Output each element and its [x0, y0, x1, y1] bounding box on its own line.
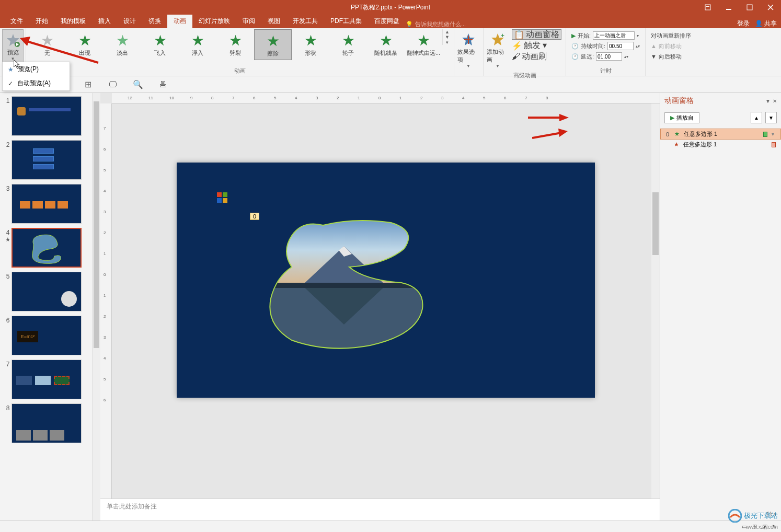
svg-text:6: 6: [504, 96, 507, 100]
effect-options-button[interactable]: 效果选项 ▼: [456, 29, 480, 71]
share-button[interactable]: 👤 共享: [755, 19, 777, 28]
effect-floatin[interactable]: ★浮入: [179, 29, 216, 60]
tab-baidu[interactable]: 百度网盘: [368, 14, 406, 28]
trigger-button[interactable]: ⚡触发 ▾: [512, 40, 561, 51]
tab-view[interactable]: 视图: [261, 14, 286, 28]
svg-text:12: 12: [128, 96, 132, 100]
animation-order-tag[interactable]: 0: [250, 213, 259, 220]
chevron-down-icon[interactable]: ▼: [771, 132, 775, 137]
svg-text:4: 4: [295, 96, 297, 100]
svg-text:5: 5: [483, 96, 486, 100]
svg-text:8: 8: [211, 96, 214, 100]
close-button[interactable]: [760, 0, 781, 15]
qat-screen-icon[interactable]: 🖵: [108, 79, 118, 90]
canvas-area[interactable]: 0: [112, 103, 660, 499]
tab-pdf[interactable]: PDF工具集: [324, 14, 368, 28]
pane-close-icon[interactable]: ✕: [773, 98, 777, 104]
slide-canvas[interactable]: 0: [177, 163, 595, 398]
spinner-icon[interactable]: ▴▾: [636, 44, 640, 49]
duration-input[interactable]: [607, 42, 634, 50]
tab-home[interactable]: 开始: [29, 14, 54, 28]
qat-table-icon[interactable]: ⊞: [83, 79, 93, 90]
preview-menuitem[interactable]: ★预览(P): [3, 62, 70, 76]
thumbnails-scrollbar[interactable]: [92, 93, 100, 521]
move-up-button[interactable]: ▲: [751, 112, 762, 123]
tab-file[interactable]: 文件: [4, 14, 29, 28]
spinner-icon[interactable]: ▴▾: [624, 54, 628, 59]
svg-text:2: 2: [104, 230, 106, 235]
svg-rect-0: [705, 5, 710, 10]
maximize-button[interactable]: [739, 0, 760, 15]
office-logo-icon: [216, 191, 228, 204]
add-animation-button[interactable]: + 添加动画 ▼: [486, 29, 510, 71]
tell-me-input[interactable]: 💡 告诉我您想做什么...: [406, 20, 466, 28]
effect-none[interactable]: ★无: [28, 29, 66, 60]
play-from-button[interactable]: ▶播放自: [664, 112, 699, 123]
thumb-3[interactable]: 3: [4, 184, 99, 224]
animation-entry-1[interactable]: 0 ★ 任意多边形 1 ▼: [660, 129, 781, 140]
check-icon: ✓: [8, 80, 13, 87]
freeform-shape[interactable]: [260, 215, 428, 356]
canvas-scrollbar[interactable]: [651, 103, 660, 499]
tab-developer[interactable]: 开发工具: [286, 14, 324, 28]
svg-text:9: 9: [190, 96, 193, 100]
thumb-6[interactable]: 6E=mc²: [4, 316, 99, 355]
effect-shape[interactable]: ★形状: [292, 29, 329, 60]
pane-dropdown-icon[interactable]: ▼: [765, 98, 771, 104]
animation-painter-button[interactable]: 🖌动画刷: [512, 51, 561, 62]
effect-wipe[interactable]: ★擦除: [254, 29, 292, 60]
effect-random[interactable]: ★随机线条: [367, 29, 405, 60]
tab-slideshow[interactable]: 幻灯片放映: [192, 14, 236, 28]
effect-grow[interactable]: ★翻转式由远...: [405, 29, 442, 60]
animation-gallery: ★无 ★出现 ★淡出 ★飞入 ★浮入 ★劈裂 ★擦除 ★形状 ★轮子 ★随机线条…: [28, 29, 442, 60]
svg-text:5: 5: [274, 96, 277, 100]
minimize-button[interactable]: [718, 0, 739, 15]
move-backward-button[interactable]: ▼向后移动: [651, 51, 691, 62]
qat-zoom-icon[interactable]: 🔍: [133, 79, 143, 90]
move-down-button[interactable]: ▼: [765, 112, 777, 123]
effect-fade[interactable]: ★淡出: [104, 29, 141, 60]
down-arrow-icon: ▼: [651, 53, 657, 60]
tab-design[interactable]: 设计: [117, 14, 142, 28]
animation-pane-button[interactable]: 📋动画窗格: [512, 29, 561, 40]
start-select[interactable]: [593, 31, 635, 40]
tab-transitions[interactable]: 切换: [142, 14, 167, 28]
star-icon: ★: [380, 31, 393, 49]
delay-input[interactable]: [596, 52, 622, 61]
menu-tabs: 文件 开始 我的模板 插入 设计 切换 动画 幻灯片放映 审阅 视图 开发工具 …: [0, 15, 781, 28]
tab-insert[interactable]: 插入: [92, 14, 117, 28]
thumb-4[interactable]: 4★: [4, 228, 99, 268]
svg-text:4: 4: [104, 356, 106, 361]
tab-templates[interactable]: 我的模板: [54, 14, 92, 28]
login-button[interactable]: 登录: [737, 19, 750, 28]
preview-button[interactable]: 预览 ▼: [2, 29, 24, 64]
thumb-1[interactable]: 1: [4, 96, 99, 136]
animation-entry-2[interactable]: ★ 任意多边形 1: [660, 140, 781, 149]
thumb-7[interactable]: 7: [4, 360, 99, 399]
tab-review[interactable]: 审阅: [236, 14, 261, 28]
clock-icon: 🕐: [571, 43, 579, 50]
star-icon: ★: [8, 66, 14, 73]
thumb-8[interactable]: 8: [4, 403, 99, 443]
svg-text:1: 1: [104, 293, 106, 298]
preview-star-icon: [6, 32, 20, 49]
ribbon-display-icon[interactable]: [697, 0, 718, 15]
effect-appear[interactable]: ★出现: [66, 29, 104, 60]
gallery-more[interactable]: ▲▼▾: [442, 29, 452, 45]
qat-print-icon[interactable]: 🖶: [158, 79, 168, 90]
notes-pane[interactable]: 单击此处添加备注: [100, 499, 660, 521]
tab-animations[interactable]: 动画: [167, 14, 192, 28]
svg-text:6: 6: [104, 398, 106, 402]
star-icon: ★: [267, 32, 280, 50]
thumb-5[interactable]: 5: [4, 272, 99, 311]
svg-text:5: 5: [104, 168, 106, 172]
auto-preview-menuitem[interactable]: ✓自动预览(A): [3, 76, 70, 90]
lightbulb-icon: 💡: [406, 21, 413, 28]
effect-flyin[interactable]: ★飞入: [141, 29, 179, 60]
effect-wheel[interactable]: ★轮子: [329, 29, 367, 60]
thumb-2[interactable]: 2: [4, 140, 99, 180]
svg-text:6: 6: [104, 147, 106, 152]
effect-split[interactable]: ★劈裂: [216, 29, 254, 60]
svg-text:10: 10: [169, 96, 174, 100]
play-icon: ▶: [670, 114, 674, 121]
